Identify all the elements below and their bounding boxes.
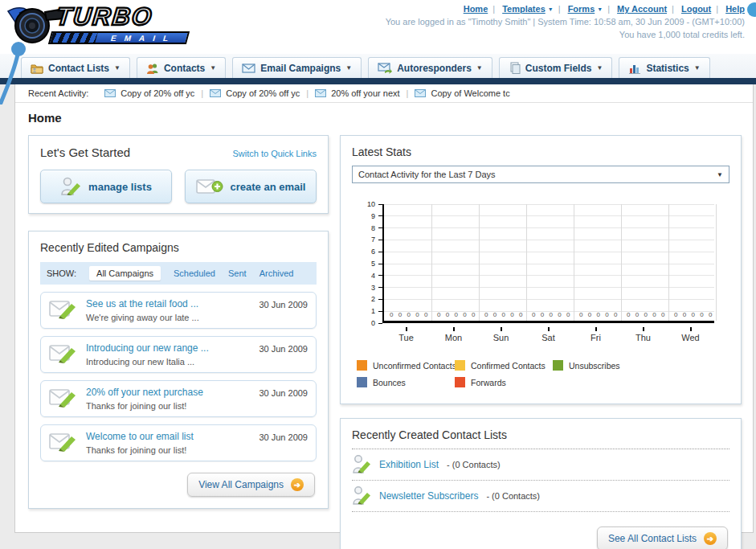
- switch-quick-links-link[interactable]: Switch to Quick Links: [232, 149, 317, 158]
- recent-activity-text: 20% off your next: [331, 88, 399, 98]
- nav-separator: |: [607, 4, 610, 14]
- campaign-subtitle: Introducing our new Italia ...: [86, 357, 251, 367]
- campaign-row: Welcome to our email list Thanks for joi…: [40, 424, 317, 461]
- legend-item: Forwards: [455, 377, 553, 387]
- nav-help[interactable]: Help: [725, 4, 745, 14]
- contact-list-link[interactable]: Newsletter Subscribers: [379, 490, 478, 502]
- tab-autoresponders[interactable]: Autoresponders ▼: [368, 57, 492, 78]
- nav-separator: |: [558, 4, 561, 14]
- campaign-row: 20% off your next purchase Thanks for jo…: [40, 380, 317, 417]
- contact-list-row: Exhibition List - (0 Contacts): [352, 449, 729, 481]
- campaign-title-link[interactable]: 20% off your next purchase: [86, 387, 251, 398]
- tab-email-campaigns[interactable]: Email Campaigns ▼: [232, 57, 362, 78]
- latest-stats-title: Latest Stats: [352, 145, 729, 158]
- main-nav-tabs: Contact Lists ▼ Contacts ▼ Email Campaig…: [0, 54, 756, 78]
- data-value-label: 0: [455, 311, 458, 318]
- legend-label: Unsubscribes: [569, 361, 620, 371]
- data-value-label: 0: [566, 311, 570, 318]
- get-started-panel: Let's Get Started Switch to Quick Links …: [28, 135, 329, 214]
- data-value-label: 0: [627, 311, 630, 318]
- contact-list-link[interactable]: Exhibition List: [379, 459, 439, 470]
- recent-activity-item[interactable]: 20% off your next: [315, 88, 399, 98]
- campaign-title-link[interactable]: Introducing our new range ...: [86, 342, 251, 354]
- filter-tab-scheduled[interactable]: Scheduled: [174, 268, 215, 278]
- folder-contacts-icon: [31, 63, 43, 74]
- tab-label: Statistics: [646, 63, 689, 74]
- data-value-label: 0: [407, 311, 411, 318]
- y-axis-tick-label: 9: [357, 212, 375, 220]
- filter-tab-archived[interactable]: Archived: [259, 268, 294, 278]
- tab-custom-fields[interactable]: Custom Fields ▼: [499, 57, 613, 78]
- campaign-title-link[interactable]: See us at the retail food ...: [86, 298, 251, 309]
- nav-templates[interactable]: Templates: [502, 4, 546, 14]
- data-value-label: 0: [635, 311, 639, 318]
- x-axis-tick: [643, 327, 644, 331]
- gridline: [384, 299, 714, 300]
- x-axis-tick: [453, 327, 455, 331]
- tab-label: Contacts: [164, 63, 205, 74]
- y-axis-tick-label: 3: [357, 284, 375, 292]
- gridline: [384, 275, 714, 276]
- legend-label: Unconfirmed Contacts: [373, 361, 456, 371]
- data-value-label: 0: [605, 311, 608, 318]
- tab-statistics[interactable]: Statistics ▼: [619, 57, 709, 78]
- content-sheet: Recent Activity: Copy of 20% off yc | Co…: [14, 84, 754, 533]
- data-value-label: 0: [683, 311, 686, 318]
- y-axis-tick-label: 5: [357, 260, 375, 268]
- nav-home[interactable]: Home: [464, 4, 488, 14]
- data-value-label: 0: [588, 311, 591, 318]
- stats-filter-dropdown[interactable]: Contact Activity for the Last 7 Days ▼: [352, 166, 729, 183]
- nav-my-account[interactable]: My Account: [617, 4, 667, 14]
- nav-separator: |: [492, 4, 495, 14]
- data-value-label: 0: [415, 311, 419, 318]
- view-all-campaigns-label: View All Campaigns: [198, 479, 284, 490]
- x-axis-tick: [501, 327, 502, 331]
- data-value-label: 0: [437, 311, 440, 318]
- recent-activity-item[interactable]: Copy of 20% off yc: [210, 88, 300, 98]
- chevron-down-icon: ▼: [345, 64, 352, 72]
- recent-activity-text: Copy of 20% off yc: [226, 88, 300, 98]
- x-axis-tick-label: Sun: [477, 333, 525, 342]
- data-value-label: 0: [463, 311, 466, 318]
- campaign-date: 30 Jun 2009: [259, 298, 308, 309]
- data-value-label: 0: [550, 311, 553, 318]
- help-bubble-icon[interactable]: [747, 2, 756, 17]
- data-value-label: 0: [558, 311, 561, 318]
- nav-forms[interactable]: Forms: [568, 4, 595, 14]
- campaign-title-link[interactable]: Welcome to our email list: [86, 431, 251, 442]
- envelope-icon: [242, 64, 255, 73]
- top-header: TURBO EMAIL Home| Templates▼| Forms▼| My…: [0, 0, 756, 54]
- legend-swatch: [357, 360, 367, 371]
- chart-plot-area: 00000000000000000000000000000000000: [382, 204, 714, 323]
- gridline: [384, 287, 714, 288]
- y-axis-tick-label: 6: [357, 248, 375, 256]
- tab-label: Email Campaigns: [260, 63, 341, 74]
- arrow-right-icon: ➔: [704, 532, 717, 545]
- stats-filter-value: Contact Activity for the Last 7 Days: [358, 170, 496, 179]
- create-email-button[interactable]: create an email: [185, 170, 317, 203]
- contact-list-count: - (0 Contacts): [447, 460, 501, 469]
- data-value-label: 0: [644, 311, 648, 318]
- filter-tab-all-campaigns[interactable]: All Campaigns: [89, 266, 161, 281]
- view-all-campaigns-button[interactable]: View All Campaigns ➔: [187, 473, 315, 497]
- data-value-label: 0: [510, 311, 513, 318]
- chevron-down-icon: ▼: [596, 64, 603, 72]
- see-all-contact-lists-button[interactable]: See All Contact Lists ➔: [597, 526, 728, 549]
- tab-contacts[interactable]: Contacts ▼: [137, 57, 226, 78]
- data-value-label: 0: [579, 311, 582, 318]
- recent-activity-item[interactable]: Copy of Welcome tc: [415, 88, 509, 98]
- tab-contact-lists[interactable]: Contact Lists ▼: [21, 57, 130, 78]
- data-value-label: 0: [661, 311, 664, 318]
- data-value-label: 0: [674, 311, 677, 318]
- credits-text: You have 1,000 total credits left.: [386, 30, 745, 39]
- campaign-date: 30 Jun 2009: [259, 342, 308, 354]
- recent-activity-item[interactable]: Copy of 20% off yc: [104, 88, 194, 98]
- manage-lists-button[interactable]: manage lists: [40, 170, 172, 203]
- arrow-right-icon: ➔: [291, 478, 304, 491]
- data-value-label: 0: [484, 311, 488, 318]
- campaign-subtitle: Thanks for joining our list!: [86, 401, 251, 411]
- filter-tab-sent[interactable]: Sent: [228, 268, 247, 278]
- nav-logout[interactable]: Logout: [681, 4, 711, 14]
- campaigns-title: Recently Edited Campaigns: [40, 241, 317, 254]
- data-value-label: 0: [424, 311, 427, 318]
